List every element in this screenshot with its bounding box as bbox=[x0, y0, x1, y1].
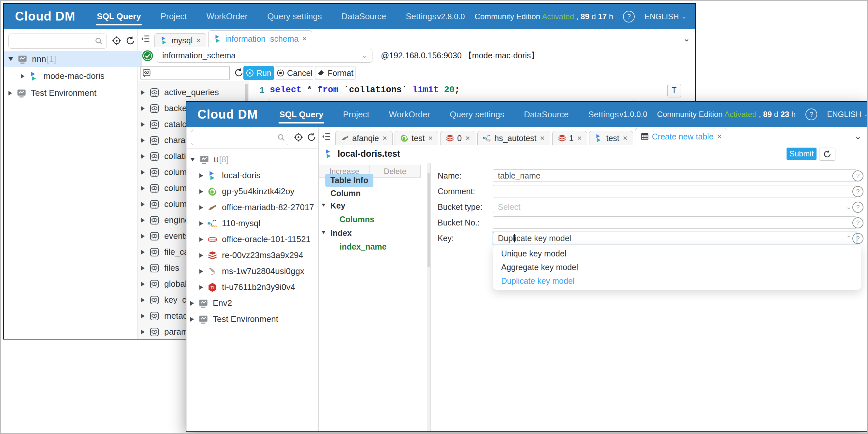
text-mode-button[interactable]: T bbox=[667, 84, 681, 97]
tab-create-new-table[interactable]: Create new table × bbox=[635, 128, 727, 145]
nav-datasource[interactable]: DataSource bbox=[523, 103, 569, 126]
close-icon[interactable]: × bbox=[623, 133, 627, 143]
comment-field[interactable] bbox=[493, 185, 856, 197]
sql-code-line[interactable]: select * from `collations` limit 20; bbox=[270, 85, 460, 95]
panel-item-columns[interactable]: Columns bbox=[340, 215, 374, 224]
tab-test-greenplum[interactable]: test × bbox=[395, 131, 438, 145]
tree-conn-tidb[interactable]: Ti ti-u7611b2n3y9i0v4 bbox=[199, 279, 295, 295]
caret-expanded-icon[interactable] bbox=[190, 158, 195, 161]
help-icon[interactable]: ? bbox=[852, 202, 863, 213]
caret-collapsed-icon[interactable] bbox=[141, 330, 145, 334]
caret-collapsed-icon[interactable] bbox=[141, 234, 145, 239]
key-select[interactable]: Duplicate key model ⌃ bbox=[493, 232, 856, 244]
tab-mysql[interactable]: mysql × bbox=[154, 33, 206, 47]
dropdown-option-duplicate[interactable]: Duplicate key model bbox=[493, 274, 861, 288]
dropdown-option-aggregate[interactable]: Aggregate key model bbox=[493, 260, 861, 274]
submit-button[interactable]: Submit bbox=[786, 148, 816, 160]
help-icon[interactable]: ? bbox=[623, 11, 635, 23]
database-select[interactable]: information_schema ⌄ bbox=[157, 49, 372, 63]
help-icon[interactable]: ? bbox=[852, 186, 863, 197]
tab-test-doris[interactable]: test × bbox=[589, 131, 633, 145]
nav-settings[interactable]: Settings bbox=[405, 5, 437, 28]
table-row[interactable]: events bbox=[141, 228, 189, 244]
dropdown-option-unique[interactable]: Unique key model bbox=[493, 247, 861, 260]
table-row[interactable]: files bbox=[141, 260, 179, 276]
close-icon[interactable]: × bbox=[428, 133, 433, 143]
tree-env-test-environment[interactable]: Test Environment bbox=[190, 311, 278, 327]
caret-expanded-icon[interactable] bbox=[321, 204, 325, 207]
locate-icon[interactable] bbox=[112, 35, 122, 46]
caret-collapsed-icon[interactable] bbox=[141, 138, 145, 143]
caret-collapsed-icon[interactable] bbox=[199, 269, 203, 274]
caret-collapsed-icon[interactable] bbox=[141, 202, 145, 207]
close-icon[interactable]: × bbox=[577, 133, 582, 143]
caret-collapsed-icon[interactable] bbox=[141, 122, 145, 127]
panel-item-key[interactable]: Key bbox=[331, 201, 345, 211]
language-selector[interactable]: ENGLISH ⌄ bbox=[827, 110, 867, 119]
nav-workorder[interactable]: WorkOrder bbox=[389, 103, 431, 126]
tree-env-tt[interactable]: tt [8] bbox=[190, 152, 228, 167]
caret-collapsed-icon[interactable] bbox=[199, 285, 203, 290]
nav-datasource[interactable]: DataSource bbox=[341, 5, 387, 28]
name-field[interactable]: table_name bbox=[493, 169, 856, 182]
caret-collapsed-icon[interactable] bbox=[199, 189, 203, 194]
panel-item-index[interactable]: Index bbox=[331, 228, 351, 238]
refresh-icon[interactable] bbox=[125, 35, 135, 46]
close-icon[interactable]: × bbox=[302, 34, 307, 43]
nav-project[interactable]: Project bbox=[160, 5, 188, 28]
tab-information-schema[interactable]: information_schema × bbox=[208, 30, 312, 47]
chevron-down-icon[interactable]: ⌄ bbox=[683, 34, 690, 44]
close-icon[interactable]: × bbox=[540, 133, 545, 143]
sidebar-search-input[interactable] bbox=[8, 34, 107, 49]
nav-query-settings[interactable]: Query settings bbox=[449, 103, 505, 126]
help-icon[interactable]: ? bbox=[852, 170, 863, 182]
nav-sql-query[interactable]: SQL Query bbox=[279, 103, 324, 126]
scrollbar-track[interactable] bbox=[427, 163, 430, 431]
panel-item-table-info[interactable]: Table Info bbox=[325, 174, 373, 187]
caret-collapsed-icon[interactable] bbox=[199, 253, 203, 258]
locate-icon[interactable] bbox=[293, 132, 304, 143]
tree-conn-oracle[interactable]: ORACLE office-oracle-101-11521 bbox=[199, 231, 311, 247]
caret-collapsed-icon[interactable] bbox=[199, 173, 203, 178]
caret-collapsed-icon[interactable] bbox=[141, 250, 145, 254]
tree-env-env2[interactable]: Env2 bbox=[190, 295, 232, 311]
sidebar-search-input[interactable] bbox=[191, 130, 289, 145]
refresh-icon[interactable] bbox=[306, 132, 317, 143]
collapse-sidebar-icon[interactable] bbox=[138, 31, 153, 46]
panel-item-column[interactable]: Column bbox=[331, 189, 361, 198]
caret-collapsed-icon[interactable] bbox=[141, 154, 145, 159]
table-filter-input[interactable] bbox=[141, 66, 230, 80]
caret-expanded-icon[interactable] bbox=[8, 57, 13, 61]
caret-collapsed-icon[interactable] bbox=[141, 170, 145, 175]
caret-collapsed-icon[interactable] bbox=[190, 317, 194, 321]
close-icon[interactable]: × bbox=[382, 133, 387, 143]
table-row[interactable]: active_queries bbox=[141, 84, 219, 100]
nav-project[interactable]: Project bbox=[342, 103, 370, 126]
close-icon[interactable]: × bbox=[465, 133, 470, 143]
caret-collapsed-icon[interactable] bbox=[141, 90, 145, 95]
caret-collapsed-icon[interactable] bbox=[141, 298, 145, 302]
help-icon[interactable]: ? bbox=[852, 233, 863, 244]
nav-query-settings[interactable]: Query settings bbox=[267, 5, 322, 28]
tree-conn-local-doris[interactable]: local-doris bbox=[199, 167, 261, 183]
caret-collapsed-icon[interactable] bbox=[8, 91, 12, 95]
tab-0-redis[interactable]: 0 × bbox=[440, 131, 475, 145]
language-selector[interactable]: ENGLISH ⌄ bbox=[645, 12, 686, 21]
nav-sql-query[interactable]: SQL Query bbox=[96, 5, 142, 28]
run-button[interactable]: Run bbox=[243, 66, 274, 80]
tree-conn-mariadb[interactable]: office-mariadb-82-27017 bbox=[199, 199, 314, 215]
caret-collapsed-icon[interactable] bbox=[141, 106, 145, 111]
caret-collapsed-icon[interactable] bbox=[141, 186, 145, 191]
collapse-sidebar-icon[interactable] bbox=[319, 129, 334, 144]
caret-collapsed-icon[interactable] bbox=[199, 221, 203, 226]
nav-settings[interactable]: Settings bbox=[587, 103, 619, 126]
caret-collapsed-icon[interactable] bbox=[21, 74, 25, 79]
tree-conn-greenplum[interactable]: gp-y5u4kinztk4i2oy bbox=[199, 183, 294, 199]
caret-collapsed-icon[interactable] bbox=[199, 237, 203, 242]
chevron-down-icon[interactable]: ⌄ bbox=[854, 131, 862, 142]
caret-collapsed-icon[interactable] bbox=[190, 301, 194, 306]
bucket-type-select[interactable]: Select ⌄ bbox=[493, 201, 856, 213]
refresh-icon[interactable] bbox=[234, 67, 244, 78]
help-icon[interactable]: ? bbox=[852, 217, 863, 228]
bucket-no-field[interactable] bbox=[493, 216, 856, 229]
